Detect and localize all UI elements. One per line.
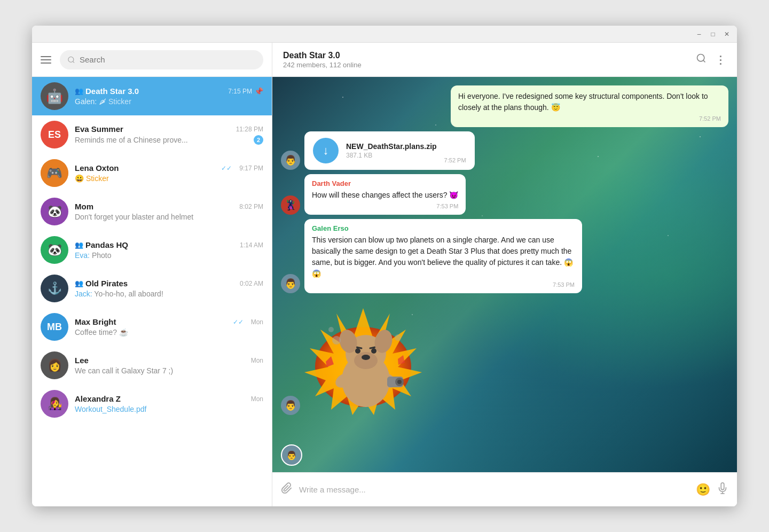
menu-button[interactable] xyxy=(41,56,51,64)
avatar: ES xyxy=(41,121,68,148)
scroll-avatar: 👨 xyxy=(281,444,302,466)
file-link: Workout_Shedule.pdf xyxy=(75,405,146,413)
chat-preview: Galen: 🌶 Sticker xyxy=(75,97,263,106)
search-box[interactable] xyxy=(60,50,263,69)
double-check-icon: ✓✓ xyxy=(221,165,232,172)
chat-item-old-pirates[interactable]: ⚓ 👥 Old Pirates 0:02 AM Jack: Yo-ho-ho, … xyxy=(32,269,272,308)
chat-preview: Eva: Photo xyxy=(75,251,263,260)
svg-point-13 xyxy=(371,348,376,354)
svg-point-24 xyxy=(328,327,334,332)
message-bubble: Hi everyone. I've redesigned some key st… xyxy=(451,85,728,127)
chat-name: Alexandra Z xyxy=(75,394,121,403)
minimize-button[interactable]: – xyxy=(695,30,703,38)
message-row: 👨 xyxy=(281,298,728,415)
group-icon: 👥 xyxy=(75,241,83,249)
chat-item-eva-summer[interactable]: ES Eva Summer 11:28 PM Reminds me of a C… xyxy=(32,115,272,154)
messages-area: Hi everyone. I've redesigned some key st… xyxy=(272,77,737,472)
svg-point-22 xyxy=(397,380,402,384)
svg-point-10 xyxy=(354,352,378,369)
svg-point-12 xyxy=(355,348,360,354)
sticker-svg xyxy=(304,298,422,415)
avatar: MB xyxy=(41,313,68,341)
chat-info: Eva Summer 11:28 PM Reminds me of a Chin… xyxy=(75,124,263,145)
message-sender: Darth Vader xyxy=(312,179,458,187)
message-row: 👨 ↓ NEW_DeathStar.plans.zip 387.1 KB 7:5… xyxy=(281,131,728,170)
message-bubble: Galen Erso This version can blow up two … xyxy=(304,219,582,293)
file-size: 387.1 KB xyxy=(346,152,437,159)
chat-info: 👥 Old Pirates 0:02 AM Jack: Yo-ho-ho, al… xyxy=(75,279,263,298)
message-text: Hi everyone. I've redesigned some key st… xyxy=(458,91,721,113)
pin-icon: 📌 xyxy=(254,87,263,96)
chat-name: 👥 Death Star 3.0 xyxy=(75,87,139,96)
chat-item-lena-oxton[interactable]: 🎮 Lena Oxton ✓✓ 9:17 PM 😀 Sticker xyxy=(32,154,272,192)
attach-button[interactable] xyxy=(281,482,293,497)
avatar: 👩 xyxy=(41,351,68,379)
chat-info: Mom 8:02 PM Don't forget your blaster an… xyxy=(75,202,263,221)
sidebar: 🤖 👥 Death Star 3.0 7:15 PM 📌 xyxy=(32,43,272,506)
message-input[interactable] xyxy=(299,485,689,494)
chat-time: 9:17 PM xyxy=(239,165,263,172)
chat-time: Mon xyxy=(251,318,263,326)
message-text: How will these changes affect the users?… xyxy=(312,190,458,201)
chat-info: Lena Oxton ✓✓ 9:17 PM 😀 Sticker xyxy=(75,163,263,183)
message-bubble: Darth Vader How will these changes affec… xyxy=(304,174,466,215)
chat-item-mom[interactable]: 🐼 Mom 8:02 PM Don't forget your blaster … xyxy=(32,192,272,231)
avatar: 🤖 xyxy=(41,82,68,110)
chat-name: Mom xyxy=(75,202,93,211)
chat-list: 🤖 👥 Death Star 3.0 7:15 PM 📌 xyxy=(32,77,272,506)
more-options-button[interactable]: ⋮ xyxy=(715,53,726,66)
double-check-icon: ✓✓ xyxy=(233,318,244,326)
message-time: 7:52 PM xyxy=(444,157,466,163)
svg-point-0 xyxy=(68,57,74,62)
search-input[interactable] xyxy=(80,55,256,64)
file-bubble: ↓ NEW_DeathStar.plans.zip 387.1 KB 7:52 … xyxy=(304,131,475,170)
chat-item-pandas-hq[interactable]: 🐼 👥 Pandas HQ 1:14 AM Eva: Photo xyxy=(32,231,272,269)
chat-name: 👥 Old Pirates xyxy=(75,279,128,288)
file-name: NEW_DeathStar.plans.zip xyxy=(346,142,437,151)
chat-item-death-star[interactable]: 🤖 👥 Death Star 3.0 7:15 PM 📌 xyxy=(32,77,272,115)
msg-avatar: 👨 xyxy=(281,274,300,293)
svg-point-4 xyxy=(697,54,704,61)
svg-line-1 xyxy=(73,61,74,62)
message-row: Hi everyone. I've redesigned some key st… xyxy=(281,85,728,127)
chat-info: Max Bright ✓✓ Mon Coffee time? ☕ xyxy=(75,317,263,337)
message-time: 7:52 PM xyxy=(458,115,721,122)
chat-preview: We can call it Galaxy Star 7 ;) xyxy=(75,366,263,375)
avatar: 👩‍🎤 xyxy=(41,390,68,418)
sticker xyxy=(304,298,422,415)
svg-text:🎮: 🎮 xyxy=(46,165,62,181)
chat-time: 8:02 PM xyxy=(239,203,263,210)
maximize-button[interactable]: □ xyxy=(709,30,717,38)
message-row: 🦹 Darth Vader How will these changes aff… xyxy=(281,174,728,215)
emoji-button[interactable]: 🙂 xyxy=(696,483,710,497)
group-icon: 👥 xyxy=(75,279,83,287)
close-button[interactable]: ✕ xyxy=(723,30,731,38)
chat-info: Lee Mon We can call it Galaxy Star 7 ;) xyxy=(75,356,263,375)
message-sender: Galen Erso xyxy=(312,224,575,232)
chat-time: 11:28 PM xyxy=(236,126,263,133)
chat-name: Lee xyxy=(75,356,89,365)
app-window: – □ ✕ 🤖 xyxy=(32,26,737,506)
chat-item-alexandra-z[interactable]: 👩‍🎤 Alexandra Z Mon Workout_Shedule.pdf xyxy=(32,385,272,423)
chat-item-max-bright[interactable]: MB Max Bright ✓✓ Mon Coffee time? ☕ xyxy=(32,308,272,346)
chat-preview: Coffee time? ☕ xyxy=(75,328,263,337)
microphone-button[interactable] xyxy=(717,482,728,497)
main-layout: 🤖 👥 Death Star 3.0 7:15 PM 📌 xyxy=(32,43,737,506)
avatar: 🎮 xyxy=(41,159,68,187)
chat-header-status: 242 members, 112 online xyxy=(283,61,696,69)
chat-header: Death Star 3.0 242 members, 112 online ⋮ xyxy=(272,43,737,77)
msg-avatar: 🦹 xyxy=(281,195,300,215)
svg-point-25 xyxy=(395,334,401,341)
message-text: This version can blow up two planets on … xyxy=(312,234,575,279)
badge: 2 xyxy=(254,135,263,145)
msg-avatar: 👨 xyxy=(281,396,300,415)
chat-time: 7:15 PM xyxy=(228,88,252,95)
last-sender-avatar: 👨 xyxy=(281,444,302,466)
chat-info: Alexandra Z Mon Workout_Shedule.pdf xyxy=(75,394,263,413)
chat-preview: Reminds me of a Chinese prove... 2 xyxy=(75,135,263,145)
chat-preview: Jack: Yo-ho-ho, all aboard! xyxy=(75,290,263,298)
chat-item-lee[interactable]: 👩 Lee Mon We can call it Galaxy Star 7 ;… xyxy=(32,346,272,385)
chat-header-info: Death Star 3.0 242 members, 112 online xyxy=(283,51,696,69)
download-icon[interactable]: ↓ xyxy=(313,138,339,163)
search-button[interactable] xyxy=(696,53,707,66)
